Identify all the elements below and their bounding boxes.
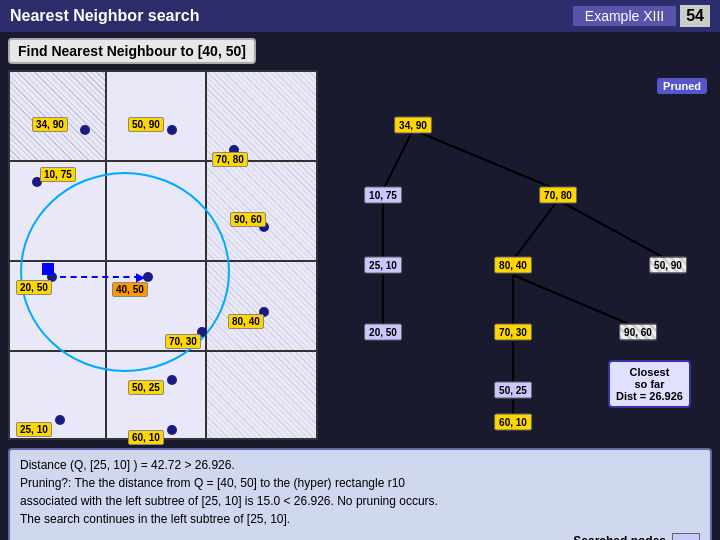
tree-node-25-10: 25, 10 bbox=[364, 257, 402, 274]
tree-node-70-30: 70, 30 bbox=[494, 324, 532, 341]
label-70-30: 70, 30 bbox=[165, 334, 201, 349]
content-row: ▶ 34, 90 50, 90 70, 80 10, 75 90, 60 20,… bbox=[8, 70, 712, 440]
svg-line-3 bbox=[513, 200, 558, 260]
label-90-60: 90, 60 bbox=[230, 212, 266, 227]
svg-line-4 bbox=[558, 200, 668, 260]
arrow-line bbox=[60, 276, 140, 278]
label-70-80: 70, 80 bbox=[212, 152, 248, 167]
bottom-line3: associated with the left subtree of [25,… bbox=[20, 492, 700, 510]
label-20-50: 20, 50 bbox=[16, 280, 52, 295]
dot-50-25 bbox=[167, 375, 177, 385]
svg-line-7 bbox=[513, 275, 638, 328]
label-34-90: 34, 90 bbox=[32, 117, 68, 132]
svg-line-0 bbox=[383, 130, 413, 190]
tree-node-20-50: 20, 50 bbox=[364, 324, 402, 341]
label-50-90: 50, 90 bbox=[128, 117, 164, 132]
arrow-head: ▶ bbox=[136, 270, 145, 284]
tree-node-80-40: 80, 40 bbox=[494, 257, 532, 274]
bottom-line2: Pruning?: The the distance from Q = [40,… bbox=[20, 474, 700, 492]
tree-node-50-90: 50, 90 bbox=[649, 257, 687, 274]
searched-nodes-row: Searched nodes bbox=[20, 532, 700, 540]
dot-25-10 bbox=[55, 415, 65, 425]
label-10-75: 10, 75 bbox=[40, 167, 76, 182]
searched-nodes-label: Searched nodes bbox=[573, 532, 666, 540]
tree-node-50-25: 50, 25 bbox=[494, 382, 532, 399]
tree-node-90-60: 90, 60 bbox=[619, 324, 657, 341]
tree-node-10-75: 10, 75 bbox=[364, 187, 402, 204]
tree-node-34-90: 34, 90 bbox=[394, 117, 432, 134]
dot-34-90 bbox=[80, 125, 90, 135]
grid-panel: ▶ 34, 90 50, 90 70, 80 10, 75 90, 60 20,… bbox=[8, 70, 318, 440]
label-50-25: 50, 25 bbox=[128, 380, 164, 395]
example-label: Example XIII bbox=[573, 6, 676, 26]
slide-number: 54 bbox=[680, 5, 710, 27]
label-40-50: 40, 50 bbox=[112, 282, 148, 297]
label-25-10: 25, 10 bbox=[16, 422, 52, 437]
header: Nearest Neighbor search Example XIII 54 bbox=[0, 0, 720, 32]
svg-line-1 bbox=[413, 130, 558, 190]
page-title: Nearest Neighbor search bbox=[10, 7, 199, 25]
shaded-region-1 bbox=[10, 72, 105, 160]
searched-box bbox=[672, 533, 700, 540]
q-marker bbox=[42, 263, 54, 275]
bottom-line1: Distance (Q, [25, 10] ) = 42.72 > 26.926… bbox=[20, 456, 700, 474]
tree-node-60-10: 60, 10 bbox=[494, 414, 532, 431]
label-60-10: 60, 10 bbox=[128, 430, 164, 445]
tree-node-70-80: 70, 80 bbox=[539, 187, 577, 204]
bottom-line4: The search continues in the left subtree… bbox=[20, 510, 700, 528]
main-content: Find Nearest Neighbour to [40, 50] ▶ bbox=[0, 32, 720, 540]
bottom-text-box: Distance (Q, [25, 10] ) = 42.72 > 26.926… bbox=[8, 448, 712, 540]
find-title: Find Nearest Neighbour to [40, 50] bbox=[8, 38, 256, 64]
dot-50-90 bbox=[167, 125, 177, 135]
tree-panel: Pruned 34, 90 10, 75 70, 80 25, 10 80, 4… bbox=[328, 70, 712, 440]
label-80-40: 80, 40 bbox=[228, 314, 264, 329]
dot-60-10 bbox=[167, 425, 177, 435]
